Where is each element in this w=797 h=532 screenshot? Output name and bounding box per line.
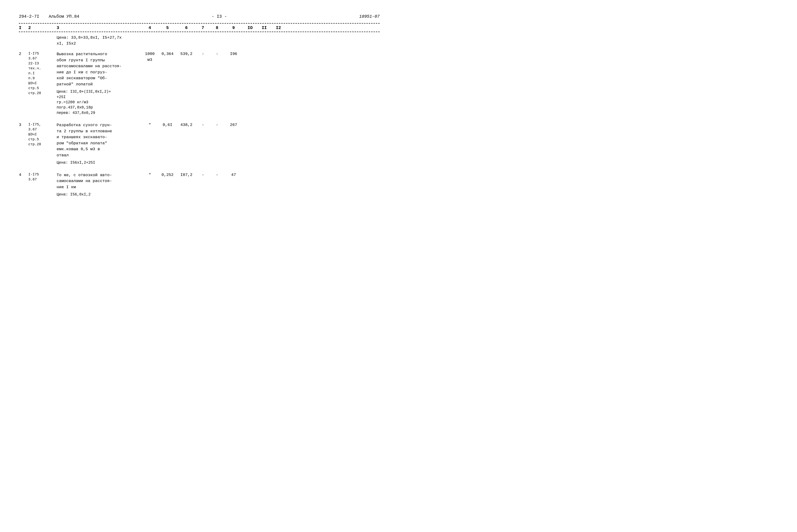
col-header-4: 4 (142, 25, 158, 30)
row3-col4: " (142, 122, 158, 128)
row4-desc-block: То же, с отвозкой авто- самосвалами на р… (57, 172, 142, 197)
col-header-12: I2 (271, 25, 285, 30)
row2-col5: 0,364 (158, 51, 177, 57)
col-header-7: 7 (196, 25, 210, 30)
table-row-3: 3 I-I75, 3.67 ШЗчI стр.5 стр.28 Разработ… (19, 122, 379, 165)
row4-price-note: Цена: I56,0хI,2 (57, 192, 142, 197)
row2-col9: I96 (224, 51, 243, 57)
section-row-3: 3 I-I75, 3.67 ШЗчI стр.5 стр.28 Разработ… (19, 122, 379, 165)
row2-main-text: Вывозка растительного обоя грунта I груп… (57, 51, 142, 87)
col-header-5: 5 (158, 25, 177, 30)
col-header-1: I (19, 25, 28, 30)
table-body: Цена: 33,8+33,8хI, I5+27,7х хI, I5х2 2 I… (19, 35, 379, 197)
section-row-2: 2 I-I75 3.67 22-I3 тех.ч. п.I п.9 ШЗчI с… (19, 51, 379, 116)
row3-col9: 267 (224, 122, 243, 128)
row4-col4: " (142, 172, 158, 178)
col-header-3: 3 (57, 25, 142, 30)
row2-refs: I-I75 3.67 22-I3 тех.ч. п.I п.9 ШЗчI стр… (28, 51, 57, 96)
row2-col6: 539,2 (177, 51, 196, 57)
row0-desc: Цена: 33,8+33,8хI, I5+27,7х хI, I5х2 (57, 35, 142, 46)
row3-main-text: Разработка сухого грун- та 2 группы в ко… (57, 122, 142, 158)
row3-col8: - (210, 122, 224, 128)
row3-col6: 438,2 (177, 122, 196, 128)
page-header: 294-2-7I Альбом УП.84 - I3 - 18951-07 (19, 14, 379, 19)
row3-number: 3 (19, 122, 28, 128)
col-header-11: II (257, 25, 271, 30)
row4-col7: - (196, 172, 210, 178)
row3-col5: 0,6I (158, 122, 177, 128)
header-left: 294-2-7I Альбом УП.84 (19, 14, 79, 19)
album-label: Альбом УП.84 (49, 14, 79, 19)
table-row-2: 2 I-I75 3.67 22-I3 тех.ч. п.I п.9 ШЗчI с… (19, 51, 379, 116)
table-row-4: 4 I-I75 3.67 То же, с отвозкой авто- сам… (19, 172, 379, 197)
row3-col7: - (196, 122, 210, 128)
row2-price-note: Цена: I3I,0+(I3I,0хI,2)+ +25I гр.=1200 к… (57, 89, 142, 116)
row3-price-note: Цена: I56хI,2+25I (57, 160, 142, 165)
row4-col9: 47 (224, 172, 243, 178)
row2-desc-block: Вывозка растительного обоя грунта I груп… (57, 51, 142, 116)
row4-refs: I-I75 3.67 (28, 172, 57, 182)
row3-refs: I-I75, 3.67 ШЗчI стр.5 стр.28 (28, 122, 57, 147)
row2-col7: - (196, 51, 210, 57)
col-header-2: 2 (28, 25, 57, 30)
page-label: - I3 - (211, 14, 227, 19)
row4-number: 4 (19, 172, 28, 178)
col-header-8: 8 (210, 25, 224, 30)
row3-desc-block: Разработка сухого грун- та 2 группы в ко… (57, 122, 142, 165)
column-headers-row: I 2 3 4 5 6 7 8 9 IO II I2 (19, 25, 379, 32)
col-header-6: 6 (177, 25, 196, 30)
col-header-9: 9 (224, 25, 243, 30)
row2-number: 2 (19, 51, 28, 57)
top-divider (19, 23, 379, 24)
section-row-4: 4 I-I75 3.67 То же, с отвозкой авто- сам… (19, 172, 379, 197)
row4-col5: 0,252 (158, 172, 177, 178)
row2-col4: 1000 м3 (142, 51, 158, 63)
doc-id: 18951-07 (359, 14, 379, 19)
row4-main-text: То же, с отвозкой авто- самосвалами на р… (57, 172, 142, 190)
col-header-10: IO (243, 25, 257, 30)
doc-number: 294-2-7I (19, 14, 39, 19)
price-row-0: Цена: 33,8+33,8хI, I5+27,7х хI, I5х2 (19, 35, 379, 46)
row4-col8: - (210, 172, 224, 178)
row4-col6: I87,2 (177, 172, 196, 178)
row2-col8: - (210, 51, 224, 57)
